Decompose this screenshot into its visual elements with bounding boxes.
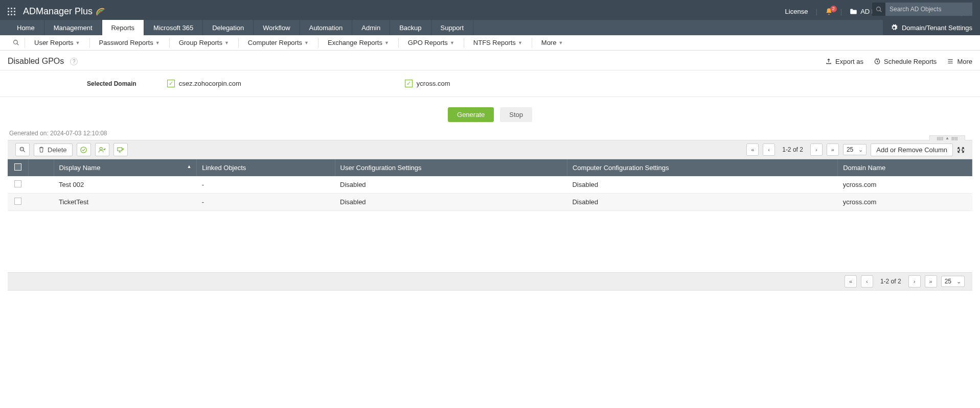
chevron-down-icon: ▼: [558, 40, 563, 45]
cell-linked: -: [197, 194, 335, 211]
pager-next[interactable]: ›: [810, 143, 823, 156]
page-title: Disabled GPOs: [8, 57, 64, 66]
cell-comp-cfg: Disabled: [567, 176, 837, 194]
page-header: Disabled GPOs ? Export as Schedule Repor…: [0, 51, 980, 70]
bottom-pager-next[interactable]: ›: [908, 275, 921, 287]
table-row: TicketTest - Disabled Disabled ycross.co…: [8, 194, 972, 211]
svg-line-14: [17, 43, 18, 45]
row-checkbox[interactable]: [14, 198, 21, 205]
cell-linked: -: [197, 176, 335, 194]
more-button[interactable]: More: [947, 58, 972, 65]
table-row: Test 002 - Disabled Disabled ycross.com: [8, 176, 972, 194]
generate-row: Generate Stop: [0, 97, 980, 130]
enable-circle-icon[interactable]: [77, 143, 91, 156]
chevron-down-icon: ▼: [304, 40, 309, 45]
nav-support[interactable]: Support: [431, 20, 474, 35]
svg-rect-5: [14, 11, 15, 12]
app-logo[interactable]: ADManager Plus: [23, 6, 106, 17]
nav-workflow[interactable]: Workflow: [254, 20, 300, 35]
table-toolbar: ||||||▲|||||| Delete « ‹ 1-2 of 2 › » 25…: [8, 140, 972, 159]
generate-button[interactable]: Generate: [448, 107, 494, 122]
chevron-down-icon: ▼: [450, 40, 454, 45]
global-search-icon[interactable]: [872, 3, 885, 16]
bottom-pager-prev[interactable]: ‹: [861, 275, 873, 287]
svg-line-12: [880, 10, 881, 12]
subnav-ntfs-reports[interactable]: NTFS Reports▼: [464, 38, 532, 48]
pager-prev[interactable]: ‹: [763, 143, 775, 156]
nav-home[interactable]: Home: [8, 20, 44, 35]
add-remove-column-button[interactable]: Add or Remove Column: [871, 143, 953, 156]
nav-backup[interactable]: Backup: [390, 20, 431, 35]
global-search-input[interactable]: [885, 3, 972, 16]
header-checkbox[interactable]: [8, 159, 28, 176]
sort-asc-icon: ▲: [187, 164, 191, 169]
header-blank: [28, 159, 54, 176]
schedule-reports-button[interactable]: Schedule Reports: [874, 58, 937, 65]
svg-rect-1: [11, 8, 12, 9]
checkbox-checked-icon[interactable]: ✓: [405, 80, 413, 87]
apps-grid-icon[interactable]: [8, 8, 15, 15]
subnav-group-reports[interactable]: Group Reports▼: [170, 38, 239, 48]
enable-user-icon[interactable]: [95, 143, 109, 156]
cell-user-cfg: Disabled: [335, 176, 567, 194]
cell-domain: ycross.com: [838, 176, 972, 194]
subnav-gpo-reports[interactable]: GPO Reports▼: [399, 38, 464, 48]
subnav-password-reports[interactable]: Password Reports▼: [90, 38, 170, 48]
nav-microsoft365[interactable]: Microsoft 365: [144, 20, 203, 35]
logo-arc-icon: [95, 6, 106, 17]
svg-point-13: [14, 40, 18, 44]
pager-first[interactable]: «: [746, 143, 759, 156]
gear-icon: [891, 24, 898, 31]
clock-icon: [874, 58, 881, 65]
pagesize-select[interactable]: 25⌄: [843, 144, 867, 155]
nav-delegation[interactable]: Delegation: [203, 20, 254, 35]
bottom-pager-info: 1-2 of 2: [877, 278, 904, 285]
svg-line-17: [23, 150, 25, 152]
subnav-user-reports[interactable]: User Reports▼: [25, 38, 90, 48]
subnav-computer-reports[interactable]: Computer Reports▼: [239, 38, 318, 48]
cell-domain: ycross.com: [838, 194, 972, 211]
svg-rect-2: [14, 8, 15, 9]
checkbox-checked-icon[interactable]: ✓: [167, 80, 175, 87]
results-table: Display Name▲ Linked Objects User Config…: [8, 159, 972, 211]
pager-info: 1-2 of 2: [779, 146, 806, 153]
generated-on-text: Generated on: 2024-07-03 12:10:08: [0, 130, 980, 140]
domain-check-2[interactable]: ✓ ycross.com: [405, 80, 450, 87]
chevron-down-icon: ⌄: [858, 147, 863, 153]
domain-check-1[interactable]: ✓ csez.zohocorpin.com: [167, 80, 241, 87]
subnav-exchange-reports[interactable]: Exchange Reports▼: [318, 38, 399, 48]
help-icon[interactable]: ?: [70, 58, 78, 65]
header-display-name[interactable]: Display Name▲: [54, 159, 197, 176]
header-computer-config[interactable]: Computer Configuration Settings: [567, 159, 837, 176]
row-checkbox[interactable]: [14, 180, 21, 187]
bottom-pager-last[interactable]: »: [925, 275, 937, 287]
nav-management[interactable]: Management: [44, 20, 102, 35]
stop-button[interactable]: Stop: [500, 107, 532, 122]
fullscreen-icon[interactable]: [957, 146, 965, 154]
delete-button[interactable]: Delete: [34, 143, 73, 156]
header-linked-objects[interactable]: Linked Objects: [197, 159, 335, 176]
svg-rect-21: [118, 148, 122, 151]
enable-computer-icon[interactable]: [113, 143, 128, 156]
filter-search-icon[interactable]: [15, 143, 30, 156]
svg-rect-0: [8, 8, 9, 9]
subnav-more[interactable]: More▼: [532, 38, 573, 48]
notifications-button[interactable]: 2: [825, 8, 833, 15]
nav-reports[interactable]: Reports: [102, 20, 145, 35]
nav-admin[interactable]: Admin: [352, 20, 390, 35]
header-user-config[interactable]: User Configuration Settings: [335, 159, 567, 176]
cell-user-cfg: Disabled: [335, 194, 567, 211]
license-link[interactable]: License: [785, 8, 808, 15]
nav-automation[interactable]: Automation: [300, 20, 353, 35]
subnav-search-icon[interactable]: [8, 38, 25, 48]
bottom-pagesize-select[interactable]: 25⌄: [941, 276, 965, 287]
pager-last[interactable]: »: [827, 143, 839, 156]
app-name: ADManager Plus: [23, 6, 93, 17]
domain-tenant-settings-button[interactable]: Domain/Tenant Settings: [883, 20, 980, 35]
header-domain-name[interactable]: Domain Name: [838, 159, 972, 176]
bottom-pager-first[interactable]: «: [845, 275, 857, 287]
export-as-button[interactable]: Export as: [825, 58, 863, 65]
collapse-handle[interactable]: ||||||▲||||||: [929, 135, 965, 140]
chevron-down-icon: ▼: [384, 40, 389, 45]
export-icon: [825, 58, 832, 65]
